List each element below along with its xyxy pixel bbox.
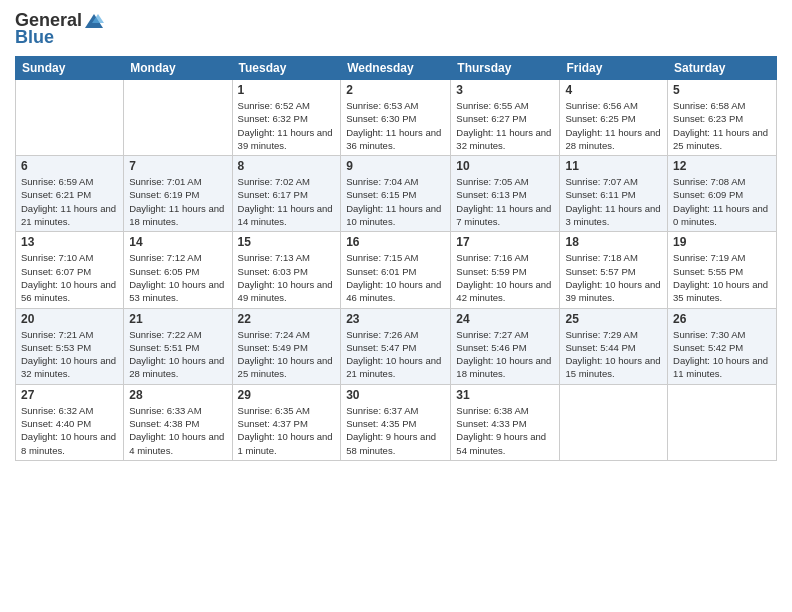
- day-number: 22: [238, 312, 336, 326]
- day-info: Sunrise: 7:04 AM Sunset: 6:15 PM Dayligh…: [346, 175, 445, 228]
- weekday-header-wednesday: Wednesday: [341, 57, 451, 80]
- calendar-week-row: 13Sunrise: 7:10 AM Sunset: 6:07 PM Dayli…: [16, 232, 777, 308]
- calendar-table: SundayMondayTuesdayWednesdayThursdayFrid…: [15, 56, 777, 461]
- calendar-week-row: 6Sunrise: 6:59 AM Sunset: 6:21 PM Daylig…: [16, 156, 777, 232]
- day-info: Sunrise: 6:38 AM Sunset: 4:33 PM Dayligh…: [456, 404, 554, 457]
- calendar-cell: 10Sunrise: 7:05 AM Sunset: 6:13 PM Dayli…: [451, 156, 560, 232]
- day-number: 18: [565, 235, 662, 249]
- day-info: Sunrise: 7:01 AM Sunset: 6:19 PM Dayligh…: [129, 175, 226, 228]
- calendar-cell: 8Sunrise: 7:02 AM Sunset: 6:17 PM Daylig…: [232, 156, 341, 232]
- weekday-header-friday: Friday: [560, 57, 668, 80]
- day-info: Sunrise: 7:22 AM Sunset: 5:51 PM Dayligh…: [129, 328, 226, 381]
- day-info: Sunrise: 7:18 AM Sunset: 5:57 PM Dayligh…: [565, 251, 662, 304]
- calendar-cell: 12Sunrise: 7:08 AM Sunset: 6:09 PM Dayli…: [668, 156, 777, 232]
- calendar-cell: 3Sunrise: 6:55 AM Sunset: 6:27 PM Daylig…: [451, 80, 560, 156]
- calendar-cell: 26Sunrise: 7:30 AM Sunset: 5:42 PM Dayli…: [668, 308, 777, 384]
- day-info: Sunrise: 7:21 AM Sunset: 5:53 PM Dayligh…: [21, 328, 118, 381]
- day-number: 25: [565, 312, 662, 326]
- day-info: Sunrise: 7:13 AM Sunset: 6:03 PM Dayligh…: [238, 251, 336, 304]
- day-number: 23: [346, 312, 445, 326]
- weekday-header-thursday: Thursday: [451, 57, 560, 80]
- calendar-cell: 16Sunrise: 7:15 AM Sunset: 6:01 PM Dayli…: [341, 232, 451, 308]
- calendar-cell: 9Sunrise: 7:04 AM Sunset: 6:15 PM Daylig…: [341, 156, 451, 232]
- day-number: 3: [456, 83, 554, 97]
- calendar-cell: 31Sunrise: 6:38 AM Sunset: 4:33 PM Dayli…: [451, 384, 560, 460]
- day-info: Sunrise: 7:08 AM Sunset: 6:09 PM Dayligh…: [673, 175, 771, 228]
- day-info: Sunrise: 6:52 AM Sunset: 6:32 PM Dayligh…: [238, 99, 336, 152]
- calendar-cell: 24Sunrise: 7:27 AM Sunset: 5:46 PM Dayli…: [451, 308, 560, 384]
- calendar-week-row: 1Sunrise: 6:52 AM Sunset: 6:32 PM Daylig…: [16, 80, 777, 156]
- day-number: 11: [565, 159, 662, 173]
- day-number: 10: [456, 159, 554, 173]
- day-info: Sunrise: 7:16 AM Sunset: 5:59 PM Dayligh…: [456, 251, 554, 304]
- calendar-cell: 19Sunrise: 7:19 AM Sunset: 5:55 PM Dayli…: [668, 232, 777, 308]
- day-info: Sunrise: 6:53 AM Sunset: 6:30 PM Dayligh…: [346, 99, 445, 152]
- calendar-cell: 7Sunrise: 7:01 AM Sunset: 6:19 PM Daylig…: [124, 156, 232, 232]
- calendar-cell: 23Sunrise: 7:26 AM Sunset: 5:47 PM Dayli…: [341, 308, 451, 384]
- calendar-cell: [16, 80, 124, 156]
- calendar-cell: 1Sunrise: 6:52 AM Sunset: 6:32 PM Daylig…: [232, 80, 341, 156]
- calendar-cell: 4Sunrise: 6:56 AM Sunset: 6:25 PM Daylig…: [560, 80, 668, 156]
- day-number: 29: [238, 388, 336, 402]
- day-number: 14: [129, 235, 226, 249]
- calendar-cell: 6Sunrise: 6:59 AM Sunset: 6:21 PM Daylig…: [16, 156, 124, 232]
- day-info: Sunrise: 7:10 AM Sunset: 6:07 PM Dayligh…: [21, 251, 118, 304]
- day-info: Sunrise: 6:56 AM Sunset: 6:25 PM Dayligh…: [565, 99, 662, 152]
- day-info: Sunrise: 7:27 AM Sunset: 5:46 PM Dayligh…: [456, 328, 554, 381]
- day-number: 5: [673, 83, 771, 97]
- calendar-week-row: 27Sunrise: 6:32 AM Sunset: 4:40 PM Dayli…: [16, 384, 777, 460]
- logo: General Blue: [15, 10, 106, 48]
- day-info: Sunrise: 7:29 AM Sunset: 5:44 PM Dayligh…: [565, 328, 662, 381]
- day-info: Sunrise: 7:07 AM Sunset: 6:11 PM Dayligh…: [565, 175, 662, 228]
- day-info: Sunrise: 6:55 AM Sunset: 6:27 PM Dayligh…: [456, 99, 554, 152]
- day-number: 26: [673, 312, 771, 326]
- calendar-cell: 18Sunrise: 7:18 AM Sunset: 5:57 PM Dayli…: [560, 232, 668, 308]
- calendar-cell: 15Sunrise: 7:13 AM Sunset: 6:03 PM Dayli…: [232, 232, 341, 308]
- calendar-cell: 13Sunrise: 7:10 AM Sunset: 6:07 PM Dayli…: [16, 232, 124, 308]
- weekday-header-row: SundayMondayTuesdayWednesdayThursdayFrid…: [16, 57, 777, 80]
- day-number: 16: [346, 235, 445, 249]
- day-info: Sunrise: 6:37 AM Sunset: 4:35 PM Dayligh…: [346, 404, 445, 457]
- day-number: 28: [129, 388, 226, 402]
- calendar-cell: 17Sunrise: 7:16 AM Sunset: 5:59 PM Dayli…: [451, 232, 560, 308]
- calendar-cell: 27Sunrise: 6:32 AM Sunset: 4:40 PM Dayli…: [16, 384, 124, 460]
- day-number: 2: [346, 83, 445, 97]
- day-number: 12: [673, 159, 771, 173]
- day-info: Sunrise: 6:35 AM Sunset: 4:37 PM Dayligh…: [238, 404, 336, 457]
- day-number: 1: [238, 83, 336, 97]
- calendar-cell: 11Sunrise: 7:07 AM Sunset: 6:11 PM Dayli…: [560, 156, 668, 232]
- day-number: 4: [565, 83, 662, 97]
- day-info: Sunrise: 6:32 AM Sunset: 4:40 PM Dayligh…: [21, 404, 118, 457]
- page-header: General Blue: [15, 10, 777, 48]
- day-info: Sunrise: 6:59 AM Sunset: 6:21 PM Dayligh…: [21, 175, 118, 228]
- weekday-header-tuesday: Tuesday: [232, 57, 341, 80]
- calendar-cell: 14Sunrise: 7:12 AM Sunset: 6:05 PM Dayli…: [124, 232, 232, 308]
- day-info: Sunrise: 7:02 AM Sunset: 6:17 PM Dayligh…: [238, 175, 336, 228]
- day-number: 27: [21, 388, 118, 402]
- weekday-header-saturday: Saturday: [668, 57, 777, 80]
- calendar-week-row: 20Sunrise: 7:21 AM Sunset: 5:53 PM Dayli…: [16, 308, 777, 384]
- day-number: 9: [346, 159, 445, 173]
- calendar-cell: 25Sunrise: 7:29 AM Sunset: 5:44 PM Dayli…: [560, 308, 668, 384]
- day-number: 20: [21, 312, 118, 326]
- day-number: 15: [238, 235, 336, 249]
- day-number: 30: [346, 388, 445, 402]
- weekday-header-monday: Monday: [124, 57, 232, 80]
- calendar-cell: [124, 80, 232, 156]
- day-number: 31: [456, 388, 554, 402]
- calendar-cell: 2Sunrise: 6:53 AM Sunset: 6:30 PM Daylig…: [341, 80, 451, 156]
- logo-blue-text: Blue: [15, 27, 54, 48]
- calendar-cell: 28Sunrise: 6:33 AM Sunset: 4:38 PM Dayli…: [124, 384, 232, 460]
- day-number: 19: [673, 235, 771, 249]
- day-number: 21: [129, 312, 226, 326]
- day-number: 13: [21, 235, 118, 249]
- day-info: Sunrise: 6:58 AM Sunset: 6:23 PM Dayligh…: [673, 99, 771, 152]
- calendar-cell: 21Sunrise: 7:22 AM Sunset: 5:51 PM Dayli…: [124, 308, 232, 384]
- calendar-cell: 20Sunrise: 7:21 AM Sunset: 5:53 PM Dayli…: [16, 308, 124, 384]
- day-info: Sunrise: 7:26 AM Sunset: 5:47 PM Dayligh…: [346, 328, 445, 381]
- calendar-cell: 30Sunrise: 6:37 AM Sunset: 4:35 PM Dayli…: [341, 384, 451, 460]
- day-number: 24: [456, 312, 554, 326]
- calendar-cell: [560, 384, 668, 460]
- day-number: 6: [21, 159, 118, 173]
- logo-triangle-icon: [84, 13, 104, 29]
